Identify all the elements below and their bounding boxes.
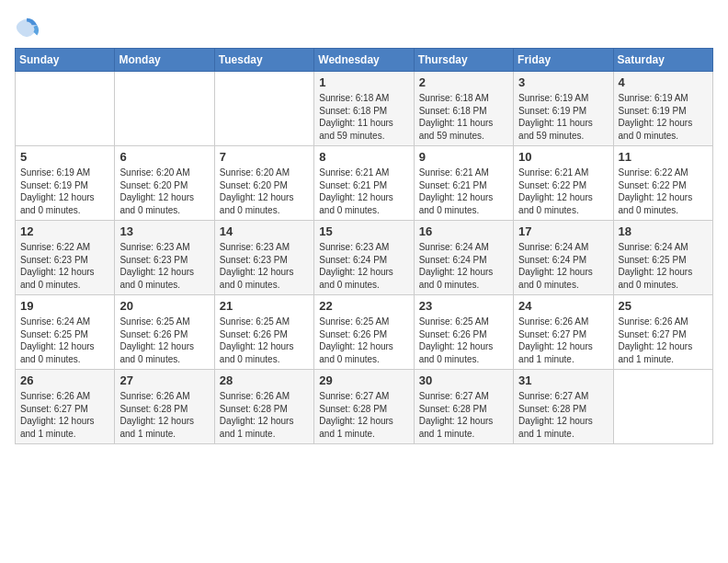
day-number: 20: [119, 299, 209, 313]
day-number: 19: [20, 299, 109, 313]
day-number: 21: [220, 299, 309, 313]
day-number: 28: [220, 373, 309, 387]
calendar-cell: 14Sunrise: 6:23 AMSunset: 6:23 PMDayligh…: [214, 221, 313, 295]
day-info: Sunrise: 6:20 AMSunset: 6:20 PMDaylight:…: [119, 167, 209, 216]
calendar-cell: 10Sunrise: 6:21 AMSunset: 6:22 PMDayligh…: [514, 146, 613, 221]
calendar-week-3: 12Sunrise: 6:22 AMSunset: 6:23 PMDayligh…: [16, 221, 713, 295]
calendar-cell: 15Sunrise: 6:23 AMSunset: 6:24 PMDayligh…: [314, 221, 414, 295]
day-info: Sunrise: 6:24 AMSunset: 6:25 PMDaylight:…: [619, 241, 708, 291]
day-info: Sunrise: 6:24 AMSunset: 6:24 PMDaylight:…: [518, 241, 608, 291]
calendar-cell: 31Sunrise: 6:27 AMSunset: 6:28 PMDayligh…: [514, 370, 613, 444]
calendar-cell: 16Sunrise: 6:24 AMSunset: 6:24 PMDayligh…: [414, 221, 513, 295]
day-number: 18: [619, 224, 708, 238]
day-info: Sunrise: 6:25 AMSunset: 6:26 PMDaylight:…: [119, 316, 209, 365]
day-info: Sunrise: 6:19 AMSunset: 6:19 PMDaylight:…: [619, 92, 708, 142]
day-info: Sunrise: 6:21 AMSunset: 6:21 PMDaylight:…: [419, 167, 508, 216]
day-info: Sunrise: 6:24 AMSunset: 6:24 PMDaylight:…: [419, 241, 508, 291]
calendar-cell: 12Sunrise: 6:22 AMSunset: 6:23 PMDayligh…: [16, 221, 115, 295]
calendar-cell: [115, 72, 214, 146]
calendar-cell: 23Sunrise: 6:25 AMSunset: 6:26 PMDayligh…: [414, 295, 513, 370]
calendar-cell: 13Sunrise: 6:23 AMSunset: 6:23 PMDayligh…: [115, 221, 214, 295]
calendar-week-5: 26Sunrise: 6:26 AMSunset: 6:27 PMDayligh…: [16, 370, 713, 444]
calendar-cell: 28Sunrise: 6:26 AMSunset: 6:28 PMDayligh…: [214, 370, 313, 444]
day-info: Sunrise: 6:24 AMSunset: 6:25 PMDaylight:…: [20, 316, 109, 365]
day-number: 24: [518, 299, 608, 313]
calendar-table: SundayMondayTuesdayWednesdayThursdayFrid…: [15, 48, 713, 444]
calendar-cell: 29Sunrise: 6:27 AMSunset: 6:28 PMDayligh…: [314, 370, 414, 444]
day-info: Sunrise: 6:23 AMSunset: 6:23 PMDaylight:…: [119, 241, 209, 291]
calendar-week-1: 1Sunrise: 6:18 AMSunset: 6:18 PMDaylight…: [16, 72, 713, 146]
calendar-cell: 5Sunrise: 6:19 AMSunset: 6:19 PMDaylight…: [16, 146, 115, 221]
day-number: 17: [518, 224, 608, 238]
calendar-cell: 17Sunrise: 6:24 AMSunset: 6:24 PMDayligh…: [514, 221, 613, 295]
calendar-header: SundayMondayTuesdayWednesdayThursdayFrid…: [16, 49, 713, 72]
day-info: Sunrise: 6:22 AMSunset: 6:22 PMDaylight:…: [619, 167, 708, 216]
day-info: Sunrise: 6:21 AMSunset: 6:22 PMDaylight:…: [518, 167, 608, 216]
day-number: 15: [319, 224, 408, 238]
weekday-row: SundayMondayTuesdayWednesdayThursdayFrid…: [16, 49, 713, 72]
day-number: 22: [319, 299, 408, 313]
day-info: Sunrise: 6:26 AMSunset: 6:27 PMDaylight:…: [619, 316, 708, 365]
day-info: Sunrise: 6:23 AMSunset: 6:24 PMDaylight:…: [319, 241, 408, 291]
calendar-cell: 7Sunrise: 6:20 AMSunset: 6:20 PMDaylight…: [214, 146, 313, 221]
calendar-cell: [214, 72, 313, 146]
calendar-cell: 20Sunrise: 6:25 AMSunset: 6:26 PMDayligh…: [115, 295, 214, 370]
day-number: 14: [220, 224, 309, 238]
calendar-cell: [613, 370, 712, 444]
page-header: [15, 15, 713, 40]
day-number: 25: [619, 299, 708, 313]
day-info: Sunrise: 6:25 AMSunset: 6:26 PMDaylight:…: [419, 316, 508, 365]
day-info: Sunrise: 6:26 AMSunset: 6:27 PMDaylight:…: [20, 390, 109, 440]
weekday-header-friday: Friday: [514, 49, 613, 72]
day-number: 7: [220, 150, 309, 164]
day-info: Sunrise: 6:20 AMSunset: 6:20 PMDaylight:…: [220, 167, 309, 216]
day-info: Sunrise: 6:26 AMSunset: 6:28 PMDaylight:…: [220, 390, 309, 440]
day-number: 6: [119, 150, 209, 164]
calendar-cell: 9Sunrise: 6:21 AMSunset: 6:21 PMDaylight…: [414, 146, 513, 221]
day-number: 1: [319, 75, 408, 89]
day-info: Sunrise: 6:27 AMSunset: 6:28 PMDaylight:…: [319, 390, 408, 440]
day-info: Sunrise: 6:26 AMSunset: 6:28 PMDaylight:…: [119, 390, 209, 440]
day-number: 5: [20, 150, 109, 164]
calendar-cell: 25Sunrise: 6:26 AMSunset: 6:27 PMDayligh…: [613, 295, 712, 370]
calendar-cell: 2Sunrise: 6:18 AMSunset: 6:18 PMDaylight…: [414, 72, 513, 146]
day-info: Sunrise: 6:27 AMSunset: 6:28 PMDaylight:…: [518, 390, 608, 440]
day-info: Sunrise: 6:19 AMSunset: 6:19 PMDaylight:…: [518, 92, 608, 142]
calendar-body: 1Sunrise: 6:18 AMSunset: 6:18 PMDaylight…: [16, 72, 713, 444]
day-info: Sunrise: 6:25 AMSunset: 6:26 PMDaylight:…: [319, 316, 408, 365]
day-number: 31: [518, 373, 608, 387]
calendar-cell: 18Sunrise: 6:24 AMSunset: 6:25 PMDayligh…: [613, 221, 712, 295]
day-info: Sunrise: 6:22 AMSunset: 6:23 PMDaylight:…: [20, 241, 109, 291]
day-number: 10: [518, 150, 608, 164]
day-number: 26: [20, 373, 109, 387]
calendar-cell: 1Sunrise: 6:18 AMSunset: 6:18 PMDaylight…: [314, 72, 414, 146]
day-number: 27: [119, 373, 209, 387]
calendar-week-4: 19Sunrise: 6:24 AMSunset: 6:25 PMDayligh…: [16, 295, 713, 370]
calendar-cell: 30Sunrise: 6:27 AMSunset: 6:28 PMDayligh…: [414, 370, 513, 444]
day-number: 11: [619, 150, 708, 164]
day-number: 9: [419, 150, 508, 164]
calendar-cell: 21Sunrise: 6:25 AMSunset: 6:26 PMDayligh…: [214, 295, 313, 370]
logo: [15, 15, 44, 40]
calendar-cell: 27Sunrise: 6:26 AMSunset: 6:28 PMDayligh…: [115, 370, 214, 444]
calendar-cell: [16, 72, 115, 146]
calendar-cell: 22Sunrise: 6:25 AMSunset: 6:26 PMDayligh…: [314, 295, 414, 370]
calendar-cell: 8Sunrise: 6:21 AMSunset: 6:21 PMDaylight…: [314, 146, 414, 221]
day-number: 8: [319, 150, 408, 164]
weekday-header-sunday: Sunday: [16, 49, 115, 72]
day-info: Sunrise: 6:19 AMSunset: 6:19 PMDaylight:…: [20, 167, 109, 216]
day-number: 12: [20, 224, 109, 238]
day-info: Sunrise: 6:27 AMSunset: 6:28 PMDaylight:…: [419, 390, 508, 440]
day-info: Sunrise: 6:23 AMSunset: 6:23 PMDaylight:…: [220, 241, 309, 291]
day-number: 13: [119, 224, 209, 238]
weekday-header-saturday: Saturday: [613, 49, 712, 72]
day-number: 3: [518, 75, 608, 89]
logo-icon: [15, 15, 40, 40]
calendar-cell: 24Sunrise: 6:26 AMSunset: 6:27 PMDayligh…: [514, 295, 613, 370]
calendar-cell: 19Sunrise: 6:24 AMSunset: 6:25 PMDayligh…: [16, 295, 115, 370]
calendar-cell: 4Sunrise: 6:19 AMSunset: 6:19 PMDaylight…: [613, 72, 712, 146]
day-number: 29: [319, 373, 408, 387]
day-number: 16: [419, 224, 508, 238]
day-number: 4: [619, 75, 708, 89]
weekday-header-wednesday: Wednesday: [314, 49, 414, 72]
